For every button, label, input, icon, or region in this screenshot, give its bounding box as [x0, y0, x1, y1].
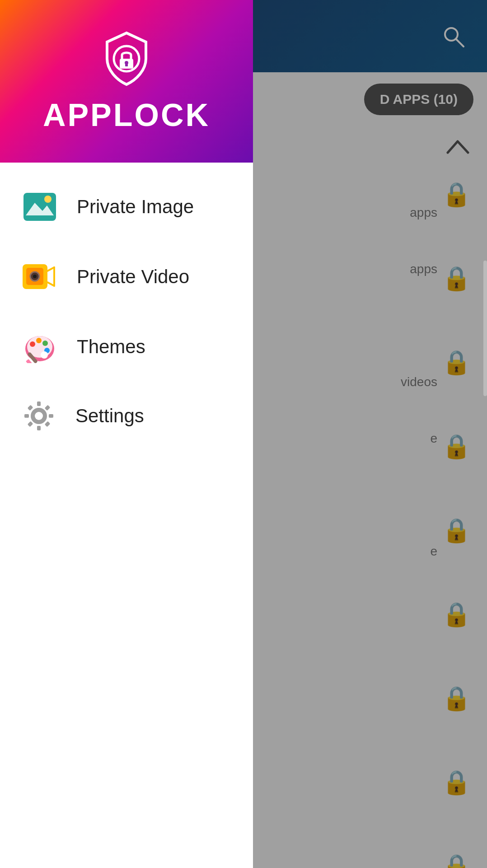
private-image-label: Private Image	[77, 196, 194, 218]
svg-rect-6	[23, 193, 56, 221]
private-video-label: Private Video	[77, 266, 189, 288]
svg-point-12	[33, 275, 37, 278]
svg-rect-5	[125, 64, 128, 66]
svg-point-35	[35, 412, 43, 420]
svg-line-14	[47, 282, 54, 286]
themes-palette-icon	[23, 330, 56, 364]
scrollbar[interactable]	[483, 261, 487, 396]
svg-point-19	[36, 338, 42, 343]
svg-point-22	[41, 351, 48, 359]
drawer-menu: Private Image Private Video	[0, 163, 253, 868]
svg-rect-30	[28, 405, 33, 411]
svg-point-7	[44, 196, 52, 203]
menu-item-settings[interactable]: Settings	[0, 382, 253, 450]
settings-gear-icon	[23, 400, 55, 432]
svg-point-18	[30, 341, 35, 347]
menu-item-private-image[interactable]: Private Image	[0, 172, 253, 242]
svg-rect-28	[24, 414, 29, 418]
svg-rect-26	[37, 401, 41, 406]
menu-item-private-video[interactable]: Private Video	[0, 242, 253, 312]
drawer-header: APPLOCK	[0, 0, 253, 163]
svg-rect-29	[49, 414, 53, 418]
themes-label: Themes	[77, 336, 145, 358]
svg-rect-24	[26, 359, 32, 363]
svg-line-13	[47, 267, 54, 271]
applock-shield-icon	[97, 29, 156, 88]
app-title: APPLOCK	[43, 97, 210, 133]
private-video-icon	[23, 260, 56, 294]
settings-label: Settings	[75, 405, 144, 427]
svg-rect-31	[45, 405, 51, 411]
navigation-drawer: APPLOCK Private Image	[0, 0, 253, 868]
svg-point-20	[42, 341, 48, 346]
svg-rect-27	[37, 426, 41, 430]
private-image-icon	[23, 190, 56, 224]
svg-rect-32	[28, 421, 33, 427]
menu-item-themes[interactable]: Themes	[0, 312, 253, 382]
svg-rect-33	[45, 421, 51, 427]
